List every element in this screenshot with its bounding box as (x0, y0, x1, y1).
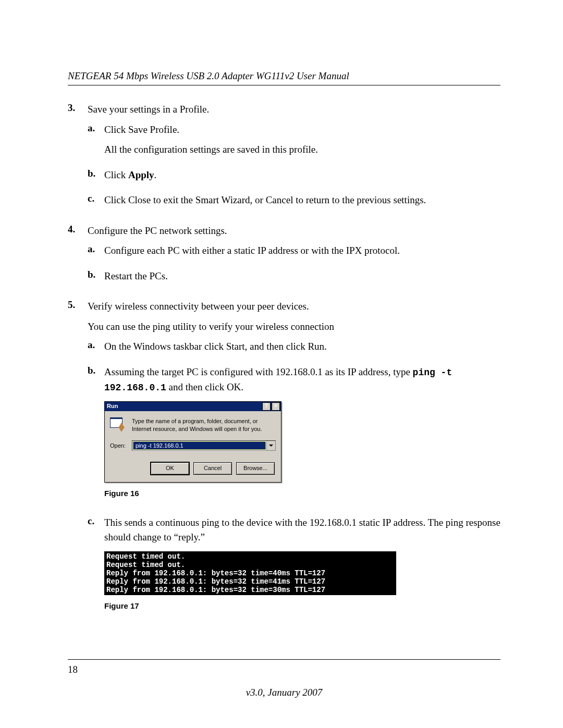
main-ordered-list: 3. Save your settings in a Profile. a. C… (68, 102, 500, 628)
terminal-line: Request timed out. (106, 561, 185, 569)
substep-label: b. (88, 168, 104, 188)
terminal-line: Reply from 192.168.0.1: bytes=32 time=30… (106, 586, 325, 594)
terminal-line: Reply from 192.168.0.1: bytes=32 time=41… (106, 577, 325, 586)
substep-text: On the Windows taskbar click Start, and … (104, 339, 500, 354)
substep-5c: c. This sends a continuous ping to the d… (88, 515, 500, 623)
step-text: Configure the PC network settings. (88, 224, 500, 239)
step-4: 4. Configure the PC network settings. a.… (68, 224, 500, 294)
substep-label: c. (88, 515, 104, 623)
substep-text: Click Close to exit the Smart Wizard, or… (104, 193, 500, 208)
text: . (154, 169, 157, 180)
run-title: Run (107, 402, 118, 411)
step-text: Save your settings in a Profile. (88, 102, 500, 117)
terminal-line: Reply from 192.168.0.1: bytes=32 time=40… (106, 569, 325, 577)
step-number: 5. (68, 299, 88, 628)
substep-5b: b. Assuming the target PC is configured … (88, 365, 500, 510)
page-number: 18 (68, 664, 500, 675)
substep-label: b. (88, 365, 104, 510)
ok-button[interactable]: OK (151, 462, 189, 475)
header-title: NETGEAR 54 Mbps Wireless USB 2.0 Adapter… (68, 70, 500, 85)
substep-3c: c. Click Close to exit the Smart Wizard,… (88, 193, 500, 213)
window-controls: ? × (262, 402, 280, 411)
terminal-output: Request timed out. Request timed out. Re… (104, 551, 396, 595)
step-number: 4. (68, 224, 88, 294)
text: Click (104, 169, 128, 180)
text: Assuming the target PC is configured wit… (104, 366, 413, 377)
step-intro: You can use the ping utility to verify y… (88, 319, 500, 335)
step-number: 3. (68, 102, 88, 218)
substep-text: Assuming the target PC is configured wit… (104, 365, 500, 395)
substep-text: Configure each PC with either a static I… (104, 243, 500, 258)
version-text: v3.0, January 2007 (68, 687, 500, 698)
help-button[interactable]: ? (262, 402, 271, 411)
substep-4b: b. Restart the PCs. (88, 269, 500, 289)
substep-label: a. (88, 339, 104, 360)
substep-text: All the configuration settings are saved… (104, 142, 500, 157)
figure-17: Request timed out. Request timed out. Re… (104, 551, 500, 612)
substep-3a: a. Click Save Profile. All the configura… (88, 122, 500, 163)
run-buttons: OK Cancel Browse... (110, 462, 276, 475)
cancel-button[interactable]: Cancel (193, 462, 232, 475)
sub-list: a. Click Save Profile. All the configura… (88, 122, 500, 213)
substep-3b: b. Click Apply. (88, 168, 500, 188)
substep-text: Click Save Profile. (104, 122, 500, 138)
figure-caption: Figure 16 (104, 488, 500, 500)
substep-text: This sends a continuous ping to the devi… (104, 515, 500, 545)
step-3: 3. Save your settings in a Profile. a. C… (68, 102, 500, 218)
open-field[interactable]: ping -t 192.168.0.1 (132, 440, 276, 451)
footer-rule: 18 v3.0, January 2007 (68, 659, 500, 698)
step-text: Verify wireless connectivity between you… (88, 299, 500, 314)
substep-5a: a. On the Windows taskbar click Start, a… (88, 339, 500, 360)
bold-text: Apply (128, 169, 154, 180)
sub-list: a. On the Windows taskbar click Start, a… (88, 339, 500, 623)
browse-button[interactable]: Browse... (236, 462, 275, 475)
run-titlebar: Run ? × (105, 402, 281, 411)
substep-4a: a. Configure each PC with either a stati… (88, 243, 500, 264)
sub-list: a. Configure each PC with either a stati… (88, 243, 500, 289)
run-icon (110, 417, 127, 432)
run-open-row: Open: ping -t 192.168.0.1 (110, 440, 276, 451)
run-body: Type the name of a program, folder, docu… (105, 411, 281, 483)
open-label: Open: (110, 441, 127, 450)
figure-16: Run ? × (104, 401, 500, 500)
figure-caption: Figure 17 (104, 600, 500, 612)
substep-label: a. (88, 243, 104, 264)
step-5: 5. Verify wireless connectivity between … (68, 299, 500, 628)
substep-text: Restart the PCs. (104, 269, 500, 284)
substep-label: b. (88, 269, 104, 289)
run-dialog: Run ? × (104, 401, 282, 483)
text: and then click OK. (166, 381, 243, 392)
run-description: Type the name of a program, folder, docu… (132, 417, 276, 434)
substep-text: Click Apply. (104, 168, 500, 183)
terminal-line: Request timed out. (106, 552, 185, 561)
substep-label: a. (88, 122, 104, 163)
open-input-value[interactable]: ping -t 192.168.0.1 (133, 441, 266, 450)
dropdown-arrow-icon[interactable] (266, 441, 275, 450)
close-button[interactable]: × (272, 402, 280, 411)
document-page: NETGEAR 54 Mbps Wireless USB 2.0 Adapter… (0, 0, 563, 728)
substep-label: c. (88, 193, 104, 213)
run-description-row: Type the name of a program, folder, docu… (110, 417, 276, 434)
